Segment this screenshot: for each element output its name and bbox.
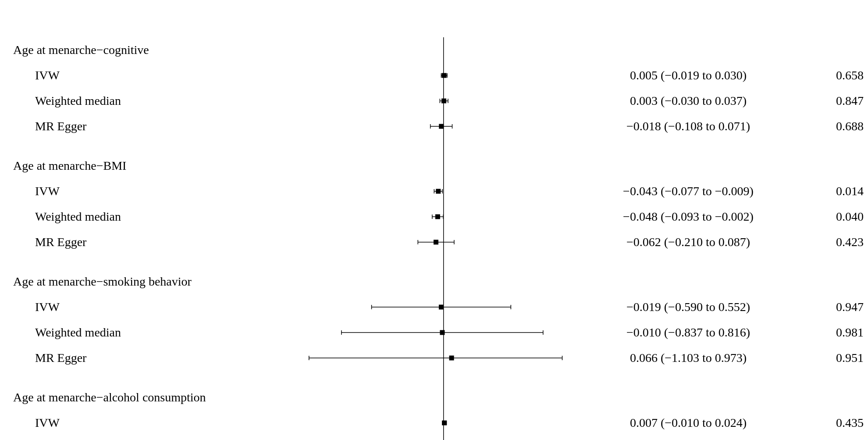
forest-plot: -1.2-0.8-0.400.30.60.9 [259, 37, 583, 440]
ci-value: −0.048 (−0.093 to −0.002) [587, 204, 789, 229]
sub-row-label: MR Egger [35, 114, 86, 139]
ci-value: 0.007 (−0.010 to 0.024) [587, 410, 789, 436]
main-container: -1.2-0.8-0.400.30.60.9 Age at menarche−c… [0, 0, 868, 440]
sub-row-label: MR Egger [35, 229, 86, 255]
svg-rect-47 [440, 330, 445, 335]
sub-row-label: IVW [35, 179, 60, 204]
ci-value: 0.003 (−0.030 to 0.037) [587, 88, 789, 114]
pvalue-value: 0.658 [793, 63, 864, 88]
pvalue-value: 0.688 [793, 114, 864, 139]
svg-rect-39 [434, 240, 438, 245]
pvalue-value: 0.014 [793, 179, 864, 204]
ci-value: −0.043 (−0.077 to −0.009) [587, 179, 789, 204]
pvalue-value: 0.435 [793, 410, 864, 436]
group-header: Age at menarche−smoking behavior [13, 269, 192, 294]
svg-rect-31 [436, 189, 441, 194]
pvalue-value: 0.423 [793, 229, 864, 255]
ci-value: 0.005 (−0.019 to 0.030) [587, 63, 789, 88]
svg-rect-43 [439, 305, 444, 310]
ci-value: 0.066 (−1.103 to 0.973) [587, 345, 789, 371]
svg-rect-23 [441, 99, 446, 104]
sub-row-label: Weighted median [35, 88, 121, 114]
ci-value: −0.010 (−0.837 to 0.816) [587, 320, 789, 345]
pvalue-value: 0.981 [793, 320, 864, 345]
sub-row-label: MR Egger [35, 345, 86, 371]
svg-rect-19 [442, 73, 447, 78]
sub-row-label: Weighted median [35, 204, 121, 229]
sub-row-label: Weighted median [35, 436, 121, 440]
pvalue-value: 0.847 [793, 88, 864, 114]
group-header: Age at menarche−cognitive [13, 37, 149, 63]
group-header: Age at menarche−BMI [13, 153, 126, 179]
svg-rect-55 [442, 421, 447, 426]
svg-rect-27 [439, 124, 444, 129]
svg-rect-35 [435, 215, 440, 219]
sub-row-label: IVW [35, 410, 60, 436]
ci-value: −0.062 (−0.210 to 0.087) [587, 229, 789, 255]
sub-row-label: Weighted median [35, 320, 121, 345]
pvalue-value: 0.641 [793, 436, 864, 440]
ci-value: −0.019 (−0.590 to 0.552) [587, 294, 789, 320]
ci-value: −0.018 (−0.108 to 0.071) [587, 114, 789, 139]
pvalue-value: 0.040 [793, 204, 864, 229]
ci-value: 0.006 (−0.019 to 0.030) [587, 436, 789, 440]
pvalue-value: 0.947 [793, 294, 864, 320]
pvalue-value: 0.951 [793, 345, 864, 371]
svg-rect-51 [449, 356, 454, 361]
sub-row-label: IVW [35, 294, 60, 320]
group-header: Age at menarche−alcohol consumption [13, 385, 206, 410]
sub-row-label: IVW [35, 63, 60, 88]
